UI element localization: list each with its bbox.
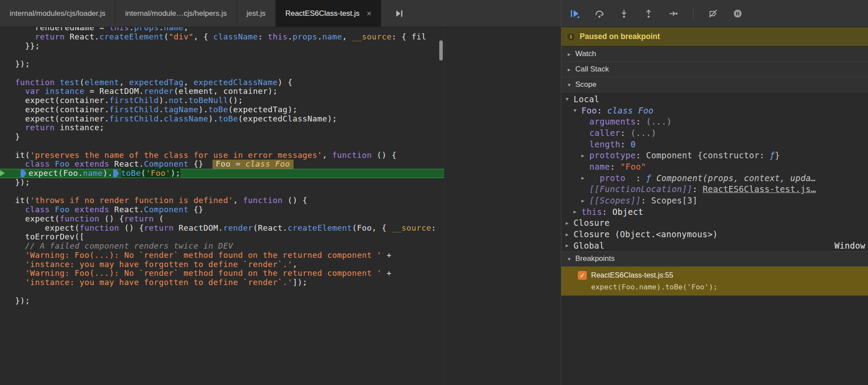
scope-tree-row[interactable]: name: "Foo" <box>561 161 868 172</box>
disclosure-triangle-icon[interactable]: ▸ <box>566 66 573 73</box>
breakpoint-location: ReactES6Class-test.js:55 <box>591 271 673 279</box>
disclosure-triangle-icon[interactable]: ▸ <box>566 220 574 226</box>
code-line[interactable]: expect(container.firstChild).not.toBeNul… <box>0 96 444 105</box>
code-line[interactable]: it('throws if no render function is defi… <box>0 196 444 205</box>
editor-scrollbar-thumb[interactable] <box>439 40 443 61</box>
scope-row-text: Closure (Object.<anonymous>) <box>574 229 718 239</box>
code-line[interactable]: return instance; <box>0 123 444 132</box>
scope-tree-row[interactable]: arguments: (...) <box>561 116 868 127</box>
step-into-icon[interactable] <box>619 9 629 18</box>
disclosure-triangle-icon[interactable]: ▸ <box>574 208 581 215</box>
code-line[interactable]: }); <box>0 296 444 306</box>
section-breakpoints[interactable]: ▾ Breakpoints <box>561 251 868 267</box>
scope-tree-row[interactable]: ▾Local <box>561 93 868 105</box>
tab-jest-js[interactable]: jest.js <box>237 0 276 27</box>
deactivate-breakpoints-icon[interactable] <box>708 9 718 18</box>
pause-on-exceptions-icon[interactable] <box>733 9 742 18</box>
section-scope[interactable]: ▾ Scope <box>561 77 868 93</box>
source-link[interactable]: ReactES6Class-test.js… <box>703 184 816 194</box>
more-tabs-icon[interactable] <box>394 8 404 19</box>
code-line[interactable]: } <box>0 132 444 142</box>
code-line[interactable] <box>0 50 444 60</box>
step-out-icon[interactable] <box>644 9 653 18</box>
scope-row-text: length: 0 <box>589 139 636 149</box>
code-line[interactable]: 'instance: you may have forgotten to def… <box>0 278 444 287</box>
disclosure-triangle-icon[interactable]: ▸ <box>566 231 574 238</box>
tab-label: ReactES6Class-test.js <box>285 9 359 18</box>
code-line[interactable] <box>0 187 444 196</box>
code-line[interactable]: 'Warning: Foo(...): No `render` method f… <box>0 269 444 278</box>
code-line[interactable]: it('preserves the name of the class for … <box>0 151 444 160</box>
scope-tree-row[interactable]: ▾Foo: class Foo <box>561 105 868 116</box>
code-line[interactable]: }); <box>0 178 444 187</box>
continue-to-here-marker-icon[interactable] <box>21 170 26 177</box>
code-line[interactable] <box>0 69 444 78</box>
code-line[interactable]: var instance = ReactDOM.render(element, … <box>0 87 444 96</box>
code-line[interactable]: }}; <box>0 42 444 51</box>
code-line[interactable]: 'Warning: Foo(...): No `render` method f… <box>0 251 444 260</box>
code-line[interactable]: class Foo extends React.Component {} <box>0 205 444 214</box>
tab-label: jest.js <box>247 9 265 18</box>
tab-internal-modules-cjs-loader-js[interactable]: internal/modules/cjs/loader.js <box>0 0 115 27</box>
scope-tree-row[interactable]: ▸[[Scopes]]: Scopes[3] <box>561 195 868 206</box>
scope-tree-row[interactable]: ▸Closure (Object.<anonymous>) <box>561 228 868 240</box>
breakpoint-entry[interactable]: ✓ ReactES6Class-test.js:55 expect(Foo.na… <box>561 267 868 296</box>
scope-tree-row[interactable]: ▸__proto__: ƒ Component(props, context, … <box>561 172 868 184</box>
scope-tree-row[interactable]: caller: (...) <box>561 127 868 139</box>
breakpoint-checkbox[interactable]: ✓ <box>578 271 587 280</box>
disclosure-triangle-icon[interactable]: ▾ <box>574 107 581 114</box>
section-watch[interactable]: ▸ Watch <box>561 46 868 62</box>
code-line[interactable]: expect(function () {return ReactDOM.rend… <box>0 224 444 233</box>
code-line[interactable]: function test(element, expectedTag, expe… <box>0 78 444 87</box>
resume-icon[interactable] <box>570 9 580 18</box>
scope-tree-row[interactable]: ▸GlobalWindow <box>561 240 868 251</box>
execution-line[interactable]: expect(Foo.name).toBe('Foo'); <box>0 169 444 178</box>
disclosure-triangle-icon[interactable]: ▾ <box>566 96 574 102</box>
scope-tree-row[interactable]: [[FunctionLocation]]: ReactES6Class-test… <box>561 184 868 195</box>
toolbar-separator <box>693 8 693 19</box>
disclosure-triangle-icon[interactable]: ▾ <box>566 82 573 88</box>
scope-row-text: [[FunctionLocation]]: ReactES6Class-test… <box>589 184 816 194</box>
code-line[interactable] <box>0 142 444 151</box>
code-line[interactable] <box>0 287 444 296</box>
scope-row-text: Foo: class Foo <box>581 106 653 115</box>
section-call-stack-label: Call Stack <box>575 65 609 74</box>
close-icon[interactable]: × <box>366 9 371 18</box>
code-line[interactable]: 'instance: you may have forgotten to def… <box>0 260 444 269</box>
code-line[interactable]: class Foo extends React.Component {}Foo … <box>0 160 444 169</box>
scope-row-text: Closure <box>574 218 610 228</box>
scope-tree-row[interactable]: ▸this: Object <box>561 206 868 217</box>
disclosure-triangle-icon[interactable]: ▸ <box>581 152 589 159</box>
code-line[interactable]: expect(container.firstChild.className).t… <box>0 114 444 124</box>
code-line[interactable]: expect(function () {return ( <box>0 214 444 224</box>
breakpoint-code: expect(Foo.name).toBe('Foo'); <box>561 282 868 293</box>
tab-internal-module-cjs-helpers-js[interactable]: internal/module…cjs/helpers.js <box>115 0 237 27</box>
execution-pointer-icon <box>0 170 5 176</box>
code-line[interactable]: // A failed component renders twice in D… <box>0 242 444 251</box>
scope-tree-row[interactable]: ▸prototype: Component {constructor: ƒ} <box>561 150 868 161</box>
source-editor[interactable]: renderedName = this.props.name; return R… <box>0 27 444 385</box>
disclosure-triangle-icon[interactable]: ▸ <box>581 175 589 181</box>
paused-banner-text: Paused on breakpoint <box>580 32 660 41</box>
section-call-stack[interactable]: ▸ Call Stack <box>561 62 868 77</box>
disclosure-triangle-icon[interactable]: ▸ <box>581 197 589 204</box>
tab-reactes6class-test-js[interactable]: ReactES6Class-test.js× <box>276 0 381 27</box>
continue-to-here-marker-icon[interactable] <box>113 170 119 177</box>
scope-tree: ▾Local▾Foo: class Fooarguments: (...)cal… <box>561 93 868 251</box>
disclosure-triangle-icon[interactable]: ▸ <box>566 51 573 57</box>
step-over-icon[interactable] <box>595 9 604 18</box>
code-line[interactable]: return React.createElement("div", { clas… <box>0 32 444 42</box>
code-line[interactable]: expect(container.firstChild.tagName).toB… <box>0 105 444 114</box>
scope-row-text: Global <box>574 241 604 250</box>
disclosure-triangle-icon[interactable]: ▸ <box>566 242 574 249</box>
step-icon[interactable] <box>668 9 678 18</box>
scope-tree-row[interactable]: ▸Closure <box>561 217 868 229</box>
scope-tree-row[interactable]: length: 0 <box>561 139 868 150</box>
scope-row-text: caller: (...) <box>589 128 656 138</box>
code-line[interactable]: }); <box>0 60 444 69</box>
disclosure-triangle-icon[interactable]: ▾ <box>566 256 573 262</box>
scope-row-text: name: "Foo" <box>589 162 646 171</box>
code-line[interactable]: toErrorDev([ <box>0 232 444 242</box>
scope-row-text: this: Object <box>581 207 643 217</box>
paused-banner: i Paused on breakpoint <box>561 27 868 46</box>
